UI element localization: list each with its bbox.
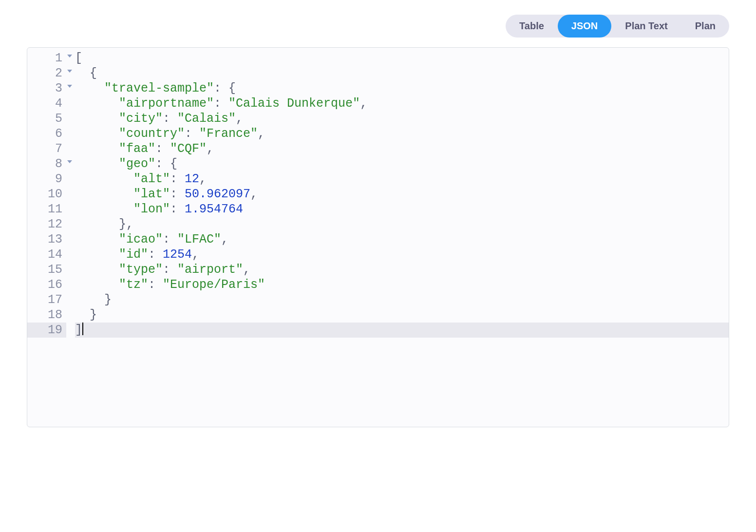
token: : [185, 127, 199, 141]
token: "lon" [133, 202, 170, 216]
line-number: 17 [27, 292, 66, 307]
token: "id" [119, 247, 148, 262]
token: "type" [119, 263, 163, 277]
line-number: 1 [27, 51, 66, 66]
tab-json[interactable]: JSON [558, 15, 611, 38]
fold-toggle-icon[interactable] [67, 55, 72, 57]
token: "lat" [133, 187, 170, 201]
line-number: 5 [27, 111, 66, 126]
line-number: 6 [27, 126, 66, 141]
cursor [82, 323, 83, 335]
code-line[interactable]: ] [75, 323, 729, 338]
token: , [360, 96, 367, 111]
line-number: 12 [27, 217, 66, 232]
code-line[interactable]: [ [75, 51, 729, 66]
token: , [258, 127, 265, 141]
token: : [170, 172, 185, 186]
line-number: 19 [27, 323, 66, 338]
fold-toggle-icon[interactable] [67, 160, 72, 163]
token: "Calais Dunkerque" [228, 96, 360, 111]
token: : [214, 96, 228, 111]
line-number: 11 [27, 202, 66, 217]
tab-group: TableJSONPlan TextPlan [506, 15, 729, 38]
code-line[interactable]: "lon": 1.954764 [75, 202, 729, 217]
tab-plan[interactable]: Plan [681, 15, 729, 38]
code-line[interactable]: } [75, 307, 729, 323]
token: } [90, 308, 97, 322]
code-line[interactable]: "icao": "LFAC", [75, 232, 729, 247]
code-line[interactable]: "geo": { [75, 156, 729, 171]
code-line[interactable]: "tz": "Europe/Paris" [75, 277, 729, 292]
token: : [155, 157, 170, 171]
line-number: 13 [27, 232, 66, 247]
token: 1254 [163, 247, 192, 262]
token: : [214, 81, 228, 95]
json-editor[interactable]: 12345678910111213141516171819 [ { "trave… [27, 47, 729, 427]
line-number: 8 [27, 156, 66, 171]
fold-toggle-icon[interactable] [67, 70, 72, 73]
token: "Europe/Paris" [163, 278, 265, 292]
token: "LFAC" [177, 232, 221, 247]
token: ] [75, 323, 82, 337]
line-number: 2 [27, 66, 66, 81]
token: : [170, 187, 185, 201]
token: : [148, 278, 163, 292]
token: : [155, 142, 170, 156]
token: { [170, 157, 177, 171]
token: { [90, 66, 97, 80]
token: "tz" [119, 278, 148, 292]
line-number: 10 [27, 187, 66, 202]
token: 50.962097 [185, 187, 250, 201]
token: , [126, 217, 133, 231]
token: [ [75, 51, 82, 65]
token: , [192, 247, 199, 262]
line-number: 3 [27, 81, 66, 96]
token: , [236, 112, 243, 126]
token: : [163, 112, 177, 126]
token: : [163, 263, 177, 277]
token: : [148, 247, 163, 262]
token: : [170, 202, 185, 216]
code-line[interactable]: { [75, 66, 729, 81]
line-number-gutter: 12345678910111213141516171819 [27, 48, 66, 427]
code-line[interactable]: "faa": "CQF", [75, 141, 729, 156]
code-line[interactable]: "id": 1254, [75, 247, 729, 262]
line-number: 16 [27, 277, 66, 292]
token: , [250, 187, 258, 201]
token: "travel-sample" [104, 81, 214, 95]
code-line[interactable]: "type": "airport", [75, 262, 729, 277]
token: , [243, 263, 250, 277]
line-number: 4 [27, 96, 66, 111]
line-number: 14 [27, 247, 66, 262]
code-line[interactable]: "airportname": "Calais Dunkerque", [75, 96, 729, 111]
line-number: 15 [27, 262, 66, 277]
code-line[interactable]: "travel-sample": { [75, 81, 729, 96]
token: "France" [199, 127, 258, 141]
token: : [163, 232, 177, 247]
token: { [228, 81, 236, 95]
tab-plan-text[interactable]: Plan Text [611, 15, 681, 38]
line-number: 7 [27, 141, 66, 156]
token: 1.954764 [185, 202, 243, 216]
view-tabs: TableJSONPlan TextPlan [27, 15, 729, 38]
token: "airport" [177, 263, 243, 277]
code-line[interactable]: "alt": 12, [75, 171, 729, 187]
token: "country" [119, 127, 185, 141]
token: "geo" [119, 157, 155, 171]
line-number: 9 [27, 171, 66, 187]
code-line[interactable]: "lat": 50.962097, [75, 187, 729, 202]
code-line[interactable]: "city": "Calais", [75, 111, 729, 126]
code-area[interactable]: [ { "travel-sample": { "airportname": "C… [66, 48, 729, 427]
code-line[interactable]: }, [75, 217, 729, 232]
fold-toggle-icon[interactable] [67, 85, 72, 88]
token: "icao" [119, 232, 163, 247]
code-line[interactable]: } [75, 292, 729, 307]
line-number: 18 [27, 307, 66, 323]
tab-table[interactable]: Table [506, 15, 558, 38]
token: "CQF" [170, 142, 207, 156]
token: "airportname" [119, 96, 214, 111]
token: , [221, 232, 228, 247]
token: , [207, 142, 214, 156]
token: , [199, 172, 207, 186]
code-line[interactable]: "country": "France", [75, 126, 729, 141]
